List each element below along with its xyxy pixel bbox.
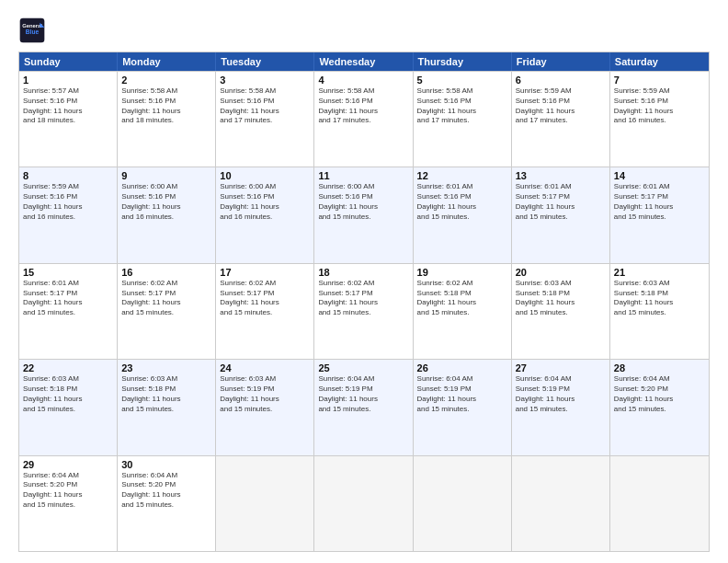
page-header: General Blue — [18, 17, 710, 44]
day-info: Sunrise: 6:04 AMSunset: 5:19 PMDaylight:… — [417, 374, 507, 414]
day-number: 5 — [417, 75, 507, 86]
day-number: 17 — [220, 267, 310, 278]
day-info: Sunrise: 5:57 AMSunset: 5:16 PMDaylight:… — [23, 86, 113, 126]
calendar-cell: 7Sunrise: 5:59 AMSunset: 5:16 PMDaylight… — [610, 72, 709, 167]
day-number: 15 — [23, 267, 113, 278]
day-number: 3 — [220, 75, 310, 86]
calendar-cell: 2Sunrise: 5:58 AMSunset: 5:16 PMDaylight… — [118, 72, 216, 167]
day-info: Sunrise: 6:03 AMSunset: 5:18 PMDaylight:… — [121, 374, 211, 414]
calendar-cell: 15Sunrise: 6:01 AMSunset: 5:17 PMDayligh… — [19, 264, 118, 359]
day-number: 8 — [23, 170, 113, 181]
day-number: 28 — [614, 362, 705, 373]
day-number: 22 — [23, 362, 113, 373]
logo: General Blue — [18, 17, 50, 44]
calendar-cell: 17Sunrise: 6:02 AMSunset: 5:17 PMDayligh… — [216, 264, 314, 359]
day-info: Sunrise: 6:01 AMSunset: 5:16 PMDaylight:… — [417, 182, 507, 222]
calendar-cell: 4Sunrise: 5:58 AMSunset: 5:16 PMDaylight… — [314, 72, 413, 167]
day-info: Sunrise: 6:03 AMSunset: 5:18 PMDaylight:… — [516, 279, 606, 318]
calendar-cell: 11Sunrise: 6:00 AMSunset: 5:16 PMDayligh… — [314, 167, 413, 262]
calendar-cell: 16Sunrise: 6:02 AMSunset: 5:17 PMDayligh… — [118, 264, 216, 359]
day-number: 30 — [121, 459, 211, 470]
calendar-row: 15Sunrise: 6:01 AMSunset: 5:17 PMDayligh… — [19, 263, 709, 359]
day-number: 21 — [614, 267, 705, 278]
day-number: 12 — [417, 170, 507, 181]
day-number: 25 — [318, 362, 408, 373]
day-number: 20 — [516, 267, 606, 278]
calendar-cell: 25Sunrise: 6:04 AMSunset: 5:19 PMDayligh… — [314, 360, 413, 454]
calendar-cell: 12Sunrise: 6:01 AMSunset: 5:16 PMDayligh… — [414, 167, 512, 262]
day-info: Sunrise: 5:58 AMSunset: 5:16 PMDaylight:… — [121, 86, 211, 126]
day-info: Sunrise: 6:00 AMSunset: 5:16 PMDaylight:… — [121, 182, 211, 222]
day-number: 26 — [417, 362, 507, 373]
day-info: Sunrise: 6:04 AMSunset: 5:19 PMDaylight:… — [516, 374, 606, 414]
day-info: Sunrise: 5:59 AMSunset: 5:16 PMDaylight:… — [614, 86, 705, 126]
calendar-row: 8Sunrise: 5:59 AMSunset: 5:16 PMDaylight… — [19, 167, 709, 262]
calendar-cell — [610, 456, 709, 551]
calendar-cell: 22Sunrise: 6:03 AMSunset: 5:18 PMDayligh… — [19, 360, 118, 454]
day-number: 10 — [220, 170, 310, 181]
day-info: Sunrise: 6:01 AMSunset: 5:17 PMDaylight:… — [614, 182, 705, 222]
day-info: Sunrise: 6:00 AMSunset: 5:16 PMDaylight:… — [318, 182, 408, 222]
day-info: Sunrise: 6:04 AMSunset: 5:20 PMDaylight:… — [614, 374, 705, 414]
day-number: 23 — [121, 362, 211, 373]
day-info: Sunrise: 6:02 AMSunset: 5:17 PMDaylight:… — [220, 279, 310, 318]
calendar-cell: 20Sunrise: 6:03 AMSunset: 5:18 PMDayligh… — [512, 264, 610, 359]
day-number: 4 — [318, 75, 408, 86]
calendar-cell: 29Sunrise: 6:04 AMSunset: 5:20 PMDayligh… — [19, 456, 118, 551]
calendar-day-header: Sunday — [19, 52, 118, 71]
calendar-row: 22Sunrise: 6:03 AMSunset: 5:18 PMDayligh… — [19, 359, 709, 454]
calendar-grid: SundayMondayTuesdayWednesdayThursdayFrid… — [18, 52, 710, 552]
calendar-cell: 30Sunrise: 6:04 AMSunset: 5:20 PMDayligh… — [118, 456, 216, 551]
day-info: Sunrise: 6:03 AMSunset: 5:19 PMDaylight:… — [220, 374, 310, 414]
day-info: Sunrise: 6:04 AMSunset: 5:20 PMDaylight:… — [121, 471, 211, 511]
calendar-day-header: Wednesday — [314, 52, 413, 71]
calendar-cell: 6Sunrise: 5:59 AMSunset: 5:16 PMDaylight… — [512, 72, 610, 167]
day-info: Sunrise: 5:58 AMSunset: 5:16 PMDaylight:… — [318, 86, 408, 126]
calendar-row: 1Sunrise: 5:57 AMSunset: 5:16 PMDaylight… — [19, 71, 709, 167]
day-info: Sunrise: 6:03 AMSunset: 5:18 PMDaylight:… — [614, 279, 705, 318]
day-number: 1 — [23, 75, 113, 86]
calendar-cell: 24Sunrise: 6:03 AMSunset: 5:19 PMDayligh… — [216, 360, 314, 454]
day-info: Sunrise: 5:58 AMSunset: 5:16 PMDaylight:… — [220, 86, 310, 126]
day-number: 13 — [516, 170, 606, 181]
calendar-body: 1Sunrise: 5:57 AMSunset: 5:16 PMDaylight… — [19, 71, 709, 551]
calendar-day-header: Monday — [118, 52, 216, 71]
day-number: 7 — [614, 75, 705, 86]
day-info: Sunrise: 6:02 AMSunset: 5:17 PMDaylight:… — [121, 279, 211, 318]
svg-text:Blue: Blue — [26, 29, 40, 35]
calendar-cell: 18Sunrise: 6:02 AMSunset: 5:17 PMDayligh… — [314, 264, 413, 359]
calendar-cell: 27Sunrise: 6:04 AMSunset: 5:19 PMDayligh… — [512, 360, 610, 454]
day-info: Sunrise: 6:01 AMSunset: 5:17 PMDaylight:… — [516, 182, 606, 222]
day-info: Sunrise: 6:01 AMSunset: 5:17 PMDaylight:… — [23, 279, 113, 318]
calendar-cell: 26Sunrise: 6:04 AMSunset: 5:19 PMDayligh… — [414, 360, 512, 454]
day-number: 16 — [121, 267, 211, 278]
calendar-cell: 23Sunrise: 6:03 AMSunset: 5:18 PMDayligh… — [118, 360, 216, 454]
calendar-day-header: Thursday — [414, 52, 512, 71]
calendar-day-header: Saturday — [610, 52, 709, 71]
day-number: 11 — [318, 170, 408, 181]
calendar-day-header: Friday — [512, 52, 610, 71]
calendar-cell — [314, 456, 413, 551]
day-number: 19 — [417, 267, 507, 278]
day-info: Sunrise: 5:59 AMSunset: 5:16 PMDaylight:… — [23, 182, 113, 222]
day-number: 9 — [121, 170, 211, 181]
day-number: 6 — [516, 75, 606, 86]
day-number: 14 — [614, 170, 705, 181]
calendar-cell: 13Sunrise: 6:01 AMSunset: 5:17 PMDayligh… — [512, 167, 610, 262]
day-info: Sunrise: 6:04 AMSunset: 5:19 PMDaylight:… — [318, 374, 408, 414]
calendar-cell: 28Sunrise: 6:04 AMSunset: 5:20 PMDayligh… — [610, 360, 709, 454]
day-number: 27 — [516, 362, 606, 373]
calendar-cell: 5Sunrise: 5:58 AMSunset: 5:16 PMDaylight… — [414, 72, 512, 167]
calendar-cell: 3Sunrise: 5:58 AMSunset: 5:16 PMDaylight… — [216, 72, 314, 167]
calendar-cell: 8Sunrise: 5:59 AMSunset: 5:16 PMDaylight… — [19, 167, 118, 262]
day-number: 29 — [23, 459, 113, 470]
svg-text:General: General — [22, 23, 42, 29]
day-info: Sunrise: 6:02 AMSunset: 5:18 PMDaylight:… — [417, 279, 507, 318]
day-number: 24 — [220, 362, 310, 373]
calendar-cell: 10Sunrise: 6:00 AMSunset: 5:16 PMDayligh… — [216, 167, 314, 262]
day-info: Sunrise: 5:58 AMSunset: 5:16 PMDaylight:… — [417, 86, 507, 126]
calendar-cell: 9Sunrise: 6:00 AMSunset: 5:16 PMDaylight… — [118, 167, 216, 262]
calendar-day-header: Tuesday — [216, 52, 314, 71]
calendar-header-row: SundayMondayTuesdayWednesdayThursdayFrid… — [19, 52, 709, 71]
calendar-row: 29Sunrise: 6:04 AMSunset: 5:20 PMDayligh… — [19, 455, 709, 551]
